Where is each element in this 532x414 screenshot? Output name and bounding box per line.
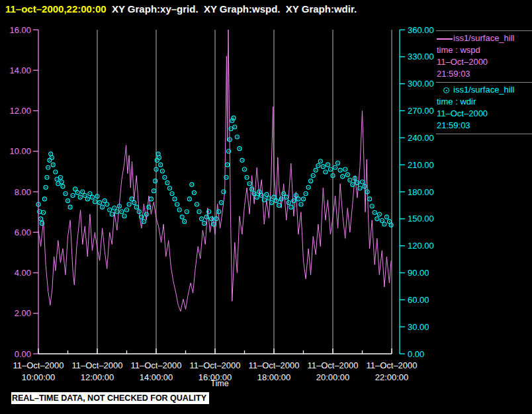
line-sample-icon bbox=[437, 38, 453, 40]
legend-wspd-time: 21:59:03 bbox=[437, 68, 532, 80]
legend-wdir-time: 21:59:03 bbox=[437, 120, 532, 132]
legend-wdir-field: time : wdir bbox=[437, 96, 532, 108]
right-axis: 0.0030.0060.0090.00120.00150.00180.00210… bbox=[400, 25, 434, 359]
legend-divider bbox=[436, 134, 532, 134]
xy-graph-window: 11–oct–2000,22:00:00 XY Graph:xy–grid. X… bbox=[0, 0, 532, 414]
svg-text:11–Oct–2000: 11–Oct–2000 bbox=[307, 360, 358, 370]
svg-text:14.00: 14.00 bbox=[9, 65, 31, 75]
svg-text:18:00:00: 18:00:00 bbox=[257, 372, 291, 382]
svg-text:30.00: 30.00 bbox=[408, 322, 429, 332]
svg-text:10.00: 10.00 bbox=[9, 146, 31, 156]
svg-text:11–Oct–2000: 11–Oct–2000 bbox=[366, 360, 417, 370]
legend-wspd-source: iss1/surface_hill bbox=[453, 33, 515, 43]
svg-text:330.00: 330.00 bbox=[408, 52, 434, 62]
svg-text:270.00: 270.00 bbox=[408, 106, 434, 116]
legend-wdir-date: 11–Oct–2000 bbox=[437, 108, 532, 120]
legend: iss1/surface_hill time : wspd 11–Oct–200… bbox=[436, 30, 532, 134]
svg-text:12:00:00: 12:00:00 bbox=[81, 372, 114, 382]
svg-text:11–Oct–2000: 11–Oct–2000 bbox=[130, 360, 181, 370]
svg-text:16.00: 16.00 bbox=[9, 25, 31, 35]
svg-text:8.00: 8.00 bbox=[15, 187, 31, 197]
left-axis: 0.002.004.006.008.0010.0012.0014.0016.00 bbox=[9, 25, 38, 359]
svg-text:10:00:00: 10:00:00 bbox=[22, 372, 56, 382]
svg-text:240.00: 240.00 bbox=[408, 133, 434, 143]
quality-banner: REAL–TIME DATA, NOT CHECKED FOR QUALITY bbox=[11, 392, 209, 404]
svg-text:360.00: 360.00 bbox=[408, 25, 434, 35]
legend-wdir-source: iss1/surface_hill bbox=[453, 85, 515, 95]
svg-text:20:00:00: 20:00:00 bbox=[316, 372, 350, 382]
svg-text:60.00: 60.00 bbox=[408, 295, 429, 305]
svg-text:0.00: 0.00 bbox=[408, 349, 424, 359]
circle-marker-icon bbox=[443, 87, 449, 93]
legend-entry-wdir[interactable]: iss1/surface_hill time : wdir 11–Oct–200… bbox=[436, 83, 532, 134]
svg-text:14:00:00: 14:00:00 bbox=[140, 372, 173, 382]
legend-wspd-field: time : wspd bbox=[437, 44, 532, 56]
x-axis-title: Time bbox=[210, 379, 228, 388]
svg-text:2.00: 2.00 bbox=[15, 308, 31, 318]
gridlines bbox=[97, 30, 392, 354]
svg-text:11–Oct–2000: 11–Oct–2000 bbox=[189, 360, 240, 370]
svg-text:150.00: 150.00 bbox=[408, 214, 434, 224]
x-axis: 11–Oct–200010:00:0011–Oct–200012:00:0011… bbox=[13, 349, 417, 388]
svg-text:210.00: 210.00 bbox=[408, 160, 434, 170]
svg-text:11–Oct–2000: 11–Oct–2000 bbox=[248, 360, 299, 370]
svg-text:180.00: 180.00 bbox=[408, 187, 434, 197]
svg-text:11–Oct–2000: 11–Oct–2000 bbox=[13, 360, 64, 370]
svg-text:120.00: 120.00 bbox=[408, 241, 434, 251]
svg-text:12.00: 12.00 bbox=[9, 106, 31, 116]
svg-text:11–Oct–2000: 11–Oct–2000 bbox=[71, 360, 122, 370]
svg-text:300.00: 300.00 bbox=[408, 79, 434, 89]
legend-entry-wspd[interactable]: iss1/surface_hill time : wspd 11–Oct–200… bbox=[436, 31, 532, 82]
legend-wspd-date: 11–Oct–2000 bbox=[437, 56, 532, 68]
svg-text:22:00:00: 22:00:00 bbox=[375, 372, 409, 382]
svg-text:4.00: 4.00 bbox=[15, 268, 31, 278]
svg-text:90.00: 90.00 bbox=[408, 268, 429, 278]
svg-text:6.00: 6.00 bbox=[15, 228, 31, 237]
svg-text:0.00: 0.00 bbox=[15, 349, 31, 359]
